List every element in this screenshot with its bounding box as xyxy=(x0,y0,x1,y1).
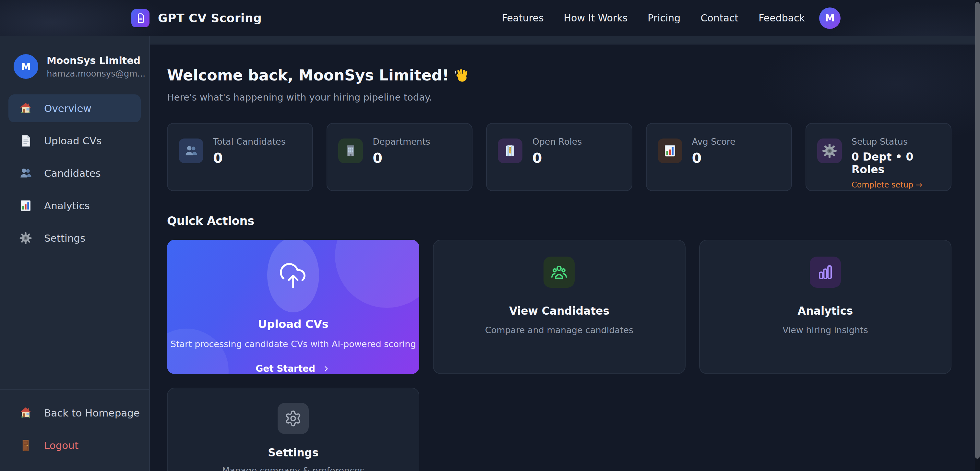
stat-card-setup-status: Setup Status 0 Dept • 0 Roles Complete s… xyxy=(805,123,951,191)
stat-value: 0 xyxy=(213,150,286,166)
sidebar-item-label: Settings xyxy=(44,232,85,244)
action-title: View Candidates xyxy=(509,305,609,317)
nav-link-pricing[interactable]: Pricing xyxy=(648,12,680,24)
user-avatar[interactable]: M xyxy=(819,8,840,29)
cloud-upload-icon xyxy=(278,259,309,291)
stat-label: Avg Score xyxy=(692,137,735,146)
stat-card-departments: Departments 0 xyxy=(326,123,473,191)
action-description: Compare and manage candidates xyxy=(485,325,633,335)
back-to-homepage-label: Back to Homepage xyxy=(44,407,140,419)
upload-icon-backdrop xyxy=(267,240,319,312)
action-description: View hiring insights xyxy=(783,325,868,335)
sidebar-item-settings[interactable]: Settings xyxy=(8,224,141,252)
gear-icon xyxy=(19,231,32,245)
quick-actions-grid: Upload CVs Start processing candidate CV… xyxy=(167,240,951,471)
stat-label: Setup Status xyxy=(851,137,940,146)
action-title: Upload CVs xyxy=(258,318,328,331)
action-title: Analytics xyxy=(798,305,853,317)
wave-icon xyxy=(454,68,469,83)
sidebar-item-label: Candidates xyxy=(44,167,101,179)
stat-value: 0 xyxy=(692,150,735,166)
sidebar-avatar: M xyxy=(14,54,38,79)
quick-actions-title: Quick Actions xyxy=(167,215,951,228)
vertical-scrollbar[interactable] xyxy=(975,0,980,471)
stat-card-avg-score: Avg Score 0 xyxy=(646,123,792,191)
nav-link-contact[interactable]: Contact xyxy=(700,12,738,24)
office-building-icon xyxy=(338,138,363,163)
settings-card[interactable]: Settings Manage company & preferences xyxy=(167,388,419,471)
users-emoji-icon xyxy=(179,138,203,163)
sidebar-item-label: Upload CVs xyxy=(44,135,102,146)
sidebar-item-upload-cvs[interactable]: Upload CVs xyxy=(8,127,141,155)
gear-emoji-icon xyxy=(817,138,842,163)
nav-link-how-it-works[interactable]: How It Works xyxy=(564,12,628,24)
document-logo-icon xyxy=(135,13,146,24)
complete-setup-link[interactable]: Complete setup → xyxy=(851,180,940,189)
navbar-links: Features How It Works Pricing Contact Fe… xyxy=(502,12,805,24)
document-icon xyxy=(19,134,32,148)
chevron-right-icon xyxy=(322,364,331,373)
bar-chart-outline-icon xyxy=(810,256,841,288)
logout-button[interactable]: Logout xyxy=(8,431,141,459)
necktie-icon xyxy=(498,138,522,163)
sidebar-user-email: hamza.moonsys@gm... xyxy=(47,69,145,78)
stat-card-total-candidates: Total Candidates 0 xyxy=(167,123,313,191)
house-icon xyxy=(19,102,32,115)
main-content: Welcome back, MoonSys Limited! Here's wh… xyxy=(151,45,975,471)
nav-link-features[interactable]: Features xyxy=(502,12,544,24)
house-icon xyxy=(19,406,32,420)
sidebar-user-profile: M MoonSys Limited hamza.moonsys@gm... xyxy=(0,36,149,93)
back-to-homepage-link[interactable]: Back to Homepage xyxy=(8,399,141,427)
sidebar-item-candidates[interactable]: Candidates xyxy=(8,159,141,187)
stat-label: Open Roles xyxy=(532,137,582,146)
sidebar-nav: Overview Upload CVs xyxy=(0,93,149,256)
app-title: GPT CV Scoring xyxy=(158,11,262,25)
stat-value: 0 xyxy=(372,150,430,166)
users-icon xyxy=(19,166,32,180)
sidebar-item-label: Overview xyxy=(44,102,91,114)
sidebar-item-overview[interactable]: Overview xyxy=(8,94,141,122)
gear-outline-icon xyxy=(278,403,309,434)
nav-link-feedback[interactable]: Feedback xyxy=(759,12,805,24)
door-icon xyxy=(19,439,32,452)
stat-value: 0 xyxy=(532,150,582,166)
action-description: Start processing candidate CVs with AI-p… xyxy=(170,339,416,349)
stat-value: 0 Dept • 0 Roles xyxy=(851,151,940,176)
action-description: Manage company & preferences xyxy=(222,466,364,471)
bar-chart-emoji-icon xyxy=(658,138,682,163)
top-navbar: GPT CV Scoring Features How It Works Pri… xyxy=(0,0,980,36)
analytics-card[interactable]: Analytics View hiring insights xyxy=(699,240,951,374)
action-title: Settings xyxy=(268,446,318,459)
stat-label: Total Candidates xyxy=(213,137,286,146)
app-logo xyxy=(131,9,150,27)
sidebar: M MoonSys Limited hamza.moonsys@gm... Ov… xyxy=(0,36,150,471)
stat-card-open-roles: Open Roles 0 xyxy=(486,123,632,191)
sidebar-item-analytics[interactable]: Analytics xyxy=(8,192,141,220)
view-candidates-card[interactable]: View Candidates Compare and manage candi… xyxy=(433,240,685,374)
sidebar-footer: Back to Homepage Logout xyxy=(0,389,149,471)
users-group-icon xyxy=(544,256,574,288)
scrollbar-thumb[interactable] xyxy=(975,2,980,459)
sidebar-user-name: MoonSys Limited xyxy=(47,55,145,66)
page-title: Welcome back, MoonSys Limited! xyxy=(167,67,951,84)
page-subtitle: Here's what's happening with your hiring… xyxy=(167,92,951,103)
stats-row: Total Candidates 0 Departments xyxy=(167,123,951,191)
upload-cvs-card[interactable]: Upload CVs Start processing candidate CV… xyxy=(167,240,419,374)
get-started-button[interactable]: Get Started xyxy=(256,363,331,374)
logout-label: Logout xyxy=(44,439,78,451)
stat-label: Departments xyxy=(372,137,430,146)
bar-chart-icon xyxy=(19,199,32,212)
sidebar-item-label: Analytics xyxy=(44,200,90,212)
